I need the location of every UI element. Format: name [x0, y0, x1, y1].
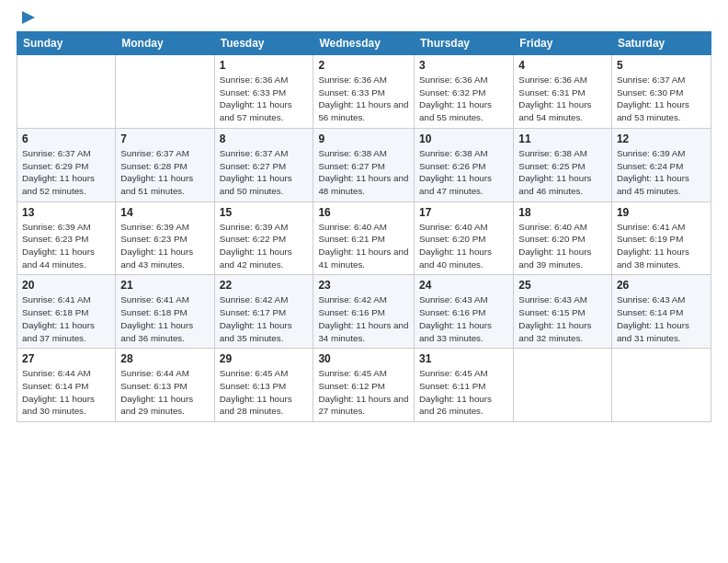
week-row-2: 6Sunrise: 6:37 AM Sunset: 6:29 PM Daylig… — [17, 128, 711, 201]
day-cell: 20Sunrise: 6:41 AM Sunset: 6:18 PM Dayli… — [17, 275, 116, 349]
day-info: Sunrise: 6:44 AM Sunset: 6:13 PM Dayligh… — [120, 367, 209, 418]
day-number: 17 — [419, 206, 508, 219]
weekday-header-tuesday: Tuesday — [214, 32, 313, 55]
day-number: 29 — [220, 352, 309, 365]
day-cell: 29Sunrise: 6:45 AM Sunset: 6:13 PM Dayli… — [214, 349, 313, 422]
day-cell: 25Sunrise: 6:43 AM Sunset: 6:15 PM Dayli… — [514, 275, 612, 349]
day-cell: 1Sunrise: 6:36 AM Sunset: 6:33 PM Daylig… — [214, 55, 313, 129]
day-cell: 22Sunrise: 6:42 AM Sunset: 6:17 PM Dayli… — [214, 275, 313, 349]
day-info: Sunrise: 6:45 AM Sunset: 6:11 PM Dayligh… — [419, 367, 508, 418]
day-info: Sunrise: 6:45 AM Sunset: 6:12 PM Dayligh… — [318, 367, 409, 418]
day-info: Sunrise: 6:37 AM Sunset: 6:29 PM Dayligh… — [22, 147, 110, 198]
day-number: 14 — [120, 206, 209, 219]
day-cell — [611, 349, 711, 422]
weekday-header-friday: Friday — [514, 32, 612, 55]
day-number: 9 — [318, 132, 409, 145]
page: SundayMondayTuesdayWednesdayThursdayFrid… — [0, 0, 728, 563]
day-info: Sunrise: 6:39 AM Sunset: 6:23 PM Dayligh… — [120, 221, 209, 271]
day-number: 18 — [518, 206, 607, 219]
day-cell: 15Sunrise: 6:39 AM Sunset: 6:22 PM Dayli… — [214, 201, 313, 275]
day-number: 1 — [220, 59, 309, 72]
day-cell: 30Sunrise: 6:45 AM Sunset: 6:12 PM Dayli… — [313, 349, 415, 422]
calendar-table: SundayMondayTuesdayWednesdayThursdayFrid… — [17, 31, 711, 422]
day-info: Sunrise: 6:41 AM Sunset: 6:18 PM Dayligh… — [120, 293, 209, 344]
day-cell — [17, 55, 116, 129]
day-info: Sunrise: 6:37 AM Sunset: 6:27 PM Dayligh… — [220, 147, 309, 198]
logo-flag-icon — [19, 9, 38, 28]
day-info: Sunrise: 6:39 AM Sunset: 6:22 PM Dayligh… — [220, 221, 309, 271]
day-number: 22 — [220, 279, 309, 292]
week-row-3: 13Sunrise: 6:39 AM Sunset: 6:23 PM Dayli… — [17, 201, 711, 275]
day-number: 23 — [318, 279, 409, 292]
day-cell: 9Sunrise: 6:38 AM Sunset: 6:27 PM Daylig… — [313, 128, 415, 201]
weekday-header-wednesday: Wednesday — [313, 32, 415, 55]
day-cell: 7Sunrise: 6:37 AM Sunset: 6:28 PM Daylig… — [116, 128, 214, 201]
day-number: 6 — [22, 132, 110, 145]
day-info: Sunrise: 6:36 AM Sunset: 6:33 PM Dayligh… — [318, 74, 409, 124]
day-number: 10 — [419, 132, 508, 145]
day-number: 24 — [419, 279, 508, 292]
day-cell: 13Sunrise: 6:39 AM Sunset: 6:23 PM Dayli… — [17, 201, 116, 275]
day-number: 21 — [120, 279, 209, 292]
day-number: 4 — [518, 59, 607, 72]
day-info: Sunrise: 6:42 AM Sunset: 6:16 PM Dayligh… — [318, 293, 409, 344]
day-info: Sunrise: 6:38 AM Sunset: 6:26 PM Dayligh… — [419, 147, 508, 198]
day-cell: 18Sunrise: 6:40 AM Sunset: 6:20 PM Dayli… — [514, 201, 612, 275]
day-cell: 19Sunrise: 6:41 AM Sunset: 6:19 PM Dayli… — [611, 201, 711, 275]
day-number: 20 — [22, 279, 110, 292]
day-cell: 24Sunrise: 6:43 AM Sunset: 6:16 PM Dayli… — [415, 275, 514, 349]
day-cell: 2Sunrise: 6:36 AM Sunset: 6:33 PM Daylig… — [313, 55, 415, 129]
day-info: Sunrise: 6:39 AM Sunset: 6:23 PM Dayligh… — [22, 221, 110, 271]
day-cell: 21Sunrise: 6:41 AM Sunset: 6:18 PM Dayli… — [116, 275, 214, 349]
day-number: 26 — [617, 279, 706, 292]
logo — [17, 9, 38, 24]
day-info: Sunrise: 6:36 AM Sunset: 6:33 PM Dayligh… — [220, 74, 309, 124]
day-cell: 11Sunrise: 6:38 AM Sunset: 6:25 PM Dayli… — [514, 128, 612, 201]
day-number: 15 — [220, 206, 309, 219]
day-number: 27 — [22, 352, 110, 365]
day-cell: 10Sunrise: 6:38 AM Sunset: 6:26 PM Dayli… — [415, 128, 514, 201]
day-cell: 28Sunrise: 6:44 AM Sunset: 6:13 PM Dayli… — [116, 349, 214, 422]
day-cell: 31Sunrise: 6:45 AM Sunset: 6:11 PM Dayli… — [415, 349, 514, 422]
day-info: Sunrise: 6:41 AM Sunset: 6:18 PM Dayligh… — [22, 293, 110, 344]
day-cell: 14Sunrise: 6:39 AM Sunset: 6:23 PM Dayli… — [116, 201, 214, 275]
day-cell: 23Sunrise: 6:42 AM Sunset: 6:16 PM Dayli… — [313, 275, 415, 349]
day-info: Sunrise: 6:36 AM Sunset: 6:32 PM Dayligh… — [419, 74, 508, 124]
day-number: 8 — [220, 132, 309, 145]
day-number: 12 — [617, 132, 706, 145]
day-cell: 27Sunrise: 6:44 AM Sunset: 6:14 PM Dayli… — [17, 349, 116, 422]
day-cell — [514, 349, 612, 422]
day-cell: 5Sunrise: 6:37 AM Sunset: 6:30 PM Daylig… — [611, 55, 711, 129]
day-number: 5 — [617, 59, 706, 72]
day-cell: 6Sunrise: 6:37 AM Sunset: 6:29 PM Daylig… — [17, 128, 116, 201]
header — [17, 9, 711, 24]
day-info: Sunrise: 6:43 AM Sunset: 6:14 PM Dayligh… — [617, 293, 706, 344]
day-number: 30 — [318, 352, 409, 365]
day-number: 25 — [518, 279, 607, 292]
day-info: Sunrise: 6:40 AM Sunset: 6:20 PM Dayligh… — [419, 221, 508, 271]
day-number: 7 — [120, 132, 209, 145]
day-number: 19 — [617, 206, 706, 219]
day-number: 31 — [419, 352, 508, 365]
day-number: 3 — [419, 59, 508, 72]
day-cell: 17Sunrise: 6:40 AM Sunset: 6:20 PM Dayli… — [415, 201, 514, 275]
day-info: Sunrise: 6:45 AM Sunset: 6:13 PM Dayligh… — [220, 367, 309, 418]
day-cell: 26Sunrise: 6:43 AM Sunset: 6:14 PM Dayli… — [611, 275, 711, 349]
weekday-header-saturday: Saturday — [611, 32, 711, 55]
day-cell: 4Sunrise: 6:36 AM Sunset: 6:31 PM Daylig… — [514, 55, 612, 129]
day-cell: 3Sunrise: 6:36 AM Sunset: 6:32 PM Daylig… — [415, 55, 514, 129]
day-cell: 12Sunrise: 6:39 AM Sunset: 6:24 PM Dayli… — [611, 128, 711, 201]
week-row-4: 20Sunrise: 6:41 AM Sunset: 6:18 PM Dayli… — [17, 275, 711, 349]
day-cell: 16Sunrise: 6:40 AM Sunset: 6:21 PM Dayli… — [313, 201, 415, 275]
day-info: Sunrise: 6:40 AM Sunset: 6:20 PM Dayligh… — [518, 221, 607, 271]
day-number: 2 — [318, 59, 409, 72]
day-info: Sunrise: 6:38 AM Sunset: 6:27 PM Dayligh… — [318, 147, 409, 198]
day-info: Sunrise: 6:39 AM Sunset: 6:24 PM Dayligh… — [617, 147, 706, 198]
day-info: Sunrise: 6:44 AM Sunset: 6:14 PM Dayligh… — [22, 367, 110, 418]
weekday-header-row: SundayMondayTuesdayWednesdayThursdayFrid… — [17, 32, 711, 55]
day-cell — [116, 55, 214, 129]
day-number: 11 — [518, 132, 607, 145]
weekday-header-thursday: Thursday — [415, 32, 514, 55]
svg-marker-0 — [22, 11, 35, 24]
day-info: Sunrise: 6:43 AM Sunset: 6:15 PM Dayligh… — [518, 293, 607, 344]
